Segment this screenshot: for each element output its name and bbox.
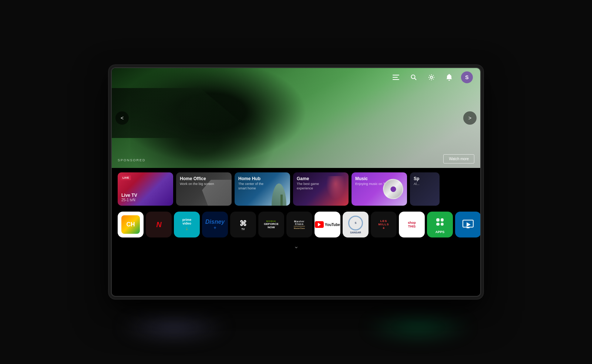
app-screenshare[interactable] <box>455 212 480 237</box>
sponsored-label: SPONSORED <box>118 158 146 162</box>
app-netflix[interactable]: N <box>146 212 172 237</box>
svg-marker-8 <box>467 222 471 227</box>
home-hub-title: Home Hub <box>238 176 263 181</box>
app-ch[interactable]: CH <box>118 212 144 237</box>
music-title: Music <box>355 176 387 181</box>
hero-next-btn[interactable]: > <box>463 111 477 125</box>
live-tv-channel: 25-1 tvN <box>121 198 137 202</box>
svg-rect-9 <box>467 228 470 228</box>
youtube-label: YouTube <box>325 223 340 227</box>
tv-header: S <box>383 68 480 87</box>
category-home-office[interactable]: Home Office Work on the big screen <box>176 172 232 206</box>
sp-subtitle: Al... <box>414 182 420 186</box>
user-avatar[interactable]: S <box>461 71 473 83</box>
home-office-subtitle: Work on the big screen <box>180 182 214 186</box>
app-sansar[interactable]: S SANSAR <box>343 212 369 237</box>
sp-title: Sp <box>414 176 420 181</box>
game-title: Game <box>297 176 319 181</box>
home-hub-subtitle: The center of thesmart home <box>238 182 263 191</box>
app-apps[interactable]: APPS <box>427 212 453 237</box>
watch-more-button[interactable]: Watch more <box>443 154 474 164</box>
app-apple-tv[interactable]: ⌘ TV <box>230 212 256 237</box>
svg-point-3 <box>411 75 415 79</box>
music-subtitle: Enjoying music on TV <box>355 182 387 186</box>
app-masterclass[interactable]: Master Class MasterClass <box>286 212 312 237</box>
svg-rect-2 <box>393 79 399 80</box>
home-office-title: Home Office <box>180 176 214 181</box>
apps-section: CH N prime video ↓ Disney + <box>112 209 480 240</box>
app-prime-video[interactable]: prime video ↓ <box>174 212 200 237</box>
scroll-indicator: ⌄ <box>112 240 480 252</box>
category-live-tv[interactable]: LIVE Live TV 25-1 tvN <box>118 172 173 206</box>
category-game[interactable]: Game The best gameexperience <box>293 172 349 206</box>
settings-icon[interactable] <box>426 71 437 83</box>
live-badge: LIVE <box>121 175 131 180</box>
hero-prev-btn[interactable]: < <box>115 111 129 125</box>
category-music[interactable]: Music Enjoying music on TV <box>352 172 407 206</box>
category-sp[interactable]: Sp Al... <box>410 172 440 206</box>
menu-icon[interactable] <box>390 71 402 83</box>
tv-screen: S < > SPONSORED Watch more <box>112 68 480 296</box>
app-disney-plus[interactable]: Disney + <box>202 212 228 237</box>
app-youtube[interactable]: YouTube <box>314 212 340 237</box>
category-home-hub[interactable]: Home Hub The center of thesmart home <box>235 172 290 206</box>
app-geforce-now[interactable]: NVIDIA GEFORCE NOW <box>258 212 284 237</box>
app-shoptv[interactable]: shop THIS <box>399 212 425 237</box>
live-tv-title: Live TV <box>121 193 137 198</box>
svg-rect-1 <box>393 77 398 78</box>
categories-section: LIVE Live TV 25-1 tvN Home Office Work o… <box>112 168 480 209</box>
tv-frame: S < > SPONSORED Watch more <box>111 67 481 297</box>
game-subtitle: The best gameexperience <box>297 182 319 191</box>
svg-rect-0 <box>393 75 399 75</box>
notifications-icon[interactable] <box>443 71 455 83</box>
app-lesmills[interactable]: LES MILLS + <box>371 212 397 237</box>
svg-point-6 <box>448 80 450 81</box>
svg-line-4 <box>415 78 417 80</box>
svg-point-5 <box>430 76 433 78</box>
search-icon[interactable] <box>408 71 420 83</box>
